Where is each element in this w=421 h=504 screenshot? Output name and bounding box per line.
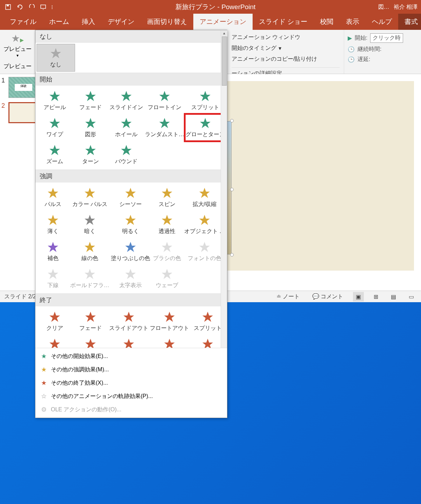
resize-handle[interactable]	[230, 119, 234, 122]
star-icon	[38, 89, 72, 103]
picture-tools-label[interactable]: 図…	[378, 4, 389, 11]
slideshow-view-icon[interactable]: ▭	[406, 292, 417, 301]
gallery-menu-item[interactable]: ★その他の強調効果(M)...	[35, 363, 227, 376]
reading-view-icon[interactable]: ▤	[388, 292, 399, 301]
user-name[interactable]: 裕介 相澤	[394, 4, 417, 11]
animation-オブジェクト …[interactable]: オブジェクト …	[183, 211, 226, 238]
tab-view[interactable]: 表示	[340, 14, 366, 30]
animation-塗りつぶしの色[interactable]: 塗りつぶしの色	[110, 238, 151, 265]
animation-補色[interactable]: 補色	[37, 238, 69, 265]
gallery-menu-item[interactable]: ★その他の終了効果(X)...	[35, 376, 227, 390]
animation-薄く[interactable]: 薄く	[37, 211, 69, 238]
tab-help[interactable]: ヘルプ	[366, 14, 398, 30]
tab-file[interactable]: ファイル	[4, 14, 43, 30]
tab-insert[interactable]: 挿入	[75, 14, 101, 30]
gallery-footer-menu: ★その他の開始効果(E)...★その他の強調効果(M)...★その他の終了効果(…	[35, 348, 227, 418]
scroll-up-icon[interactable]: ▲	[221, 30, 227, 37]
notes-button[interactable]: ≐ ノート	[274, 292, 302, 302]
star-icon	[38, 186, 69, 200]
animation-ホイール[interactable]: ホイール	[108, 114, 144, 141]
animation-下線: 下線	[37, 265, 69, 292]
animation-図形[interactable]: 図形	[73, 335, 108, 348]
tab-transitions[interactable]: 画面切り替え	[141, 14, 193, 30]
star-icon	[191, 310, 225, 324]
star-icon	[186, 89, 225, 103]
animation-バウンド[interactable]: バウンド	[108, 141, 144, 168]
animation-クリア[interactable]: クリア	[37, 308, 73, 335]
animation-ワイプ[interactable]: ワイプ	[37, 335, 73, 348]
star-icon	[70, 240, 109, 254]
animation-ズーム[interactable]: ズーム	[37, 141, 73, 168]
thumbnail-slide-1[interactable]: 1 体験	[1, 77, 40, 98]
animation-ランダムスト…[interactable]: ランダムスト…	[144, 114, 185, 141]
preview-button-label[interactable]: プレビュー	[3, 46, 32, 53]
animation-パルス[interactable]: パルス	[37, 184, 69, 211]
animation-線の色[interactable]: 線の色	[69, 238, 110, 265]
animation-グローとターン[interactable]: グローとターン	[185, 114, 226, 141]
animation-スプリット[interactable]: スプリット	[190, 308, 226, 335]
scrollbar-thumb[interactable]	[222, 37, 227, 86]
tab-format[interactable]: 書式	[398, 14, 421, 30]
star-icon	[111, 240, 150, 254]
tab-animations[interactable]: アニメーション	[193, 14, 253, 30]
duration-label: 継続時間:	[357, 46, 381, 53]
animation-スライドイン[interactable]: スライドイン	[108, 87, 144, 114]
sorter-view-icon[interactable]: ⊞	[371, 292, 381, 301]
slideshow-start-icon[interactable]	[39, 2, 48, 12]
animation-暗く[interactable]: 暗く	[69, 211, 110, 238]
animation-スプリット[interactable]: スプリット	[185, 87, 226, 114]
animation-フェード[interactable]: フェード	[73, 308, 108, 335]
gallery-scrollbar[interactable]: ▲	[221, 30, 227, 348]
tab-slideshow[interactable]: スライド ショー	[253, 14, 314, 30]
animation-フロートアウト[interactable]: フロートアウト	[149, 308, 190, 335]
start-dropdown[interactable]: クリック時	[370, 33, 403, 43]
star-icon	[38, 116, 72, 130]
undo-icon[interactable]	[15, 2, 25, 12]
save-icon[interactable]	[4, 2, 13, 12]
star-icon	[152, 267, 183, 281]
svg-rect-2	[41, 5, 46, 8]
normal-view-icon[interactable]: ▣	[353, 292, 364, 301]
preview-group: ★▶ プレビュー ▾ プレビュー	[0, 30, 35, 74]
star-icon	[73, 89, 108, 103]
animation-図形[interactable]: 図形	[73, 114, 108, 141]
animation-ランダムスト…[interactable]: ランダムスト…	[149, 335, 190, 348]
animation-スピン[interactable]: スピン	[151, 184, 183, 211]
animation-明るく[interactable]: 明るく	[110, 211, 151, 238]
animation-painter-button[interactable]: アニメーションのコピー/貼り付け	[232, 54, 340, 65]
preview-icon[interactable]: ★▶	[3, 33, 32, 44]
animation-スライドアウト[interactable]: スライドアウト	[108, 308, 149, 335]
animation-縮小および…[interactable]: 縮小および…	[190, 335, 226, 348]
animation-なし[interactable]: なし	[37, 44, 75, 71]
star-icon	[186, 116, 225, 130]
star-icon	[73, 143, 108, 157]
gallery-section-header: 強調	[35, 170, 227, 183]
star-icon	[184, 213, 225, 227]
animation-透過性[interactable]: 透過性	[151, 211, 183, 238]
trigger-button[interactable]: 開始のタイミング ▾	[232, 43, 340, 54]
animation-ターン[interactable]: ターン	[73, 141, 108, 168]
animation-pane-button[interactable]: アニメーション ウィンドウ	[232, 32, 340, 43]
redo-icon[interactable]	[27, 2, 36, 12]
animation-カラー パルス[interactable]: カラー パルス	[69, 184, 110, 211]
gallery-menu-item[interactable]: ★その他の開始効果(E)...	[35, 350, 227, 363]
animation-フェード[interactable]: フェード	[73, 87, 108, 114]
star-icon: ★	[40, 379, 47, 387]
thumbnail-slide-2[interactable]: 2	[1, 102, 40, 123]
animation-アピール[interactable]: アピール	[37, 87, 73, 114]
gallery-menu-item[interactable]: ☆その他のアニメーションの軌跡効果(P)...	[35, 390, 227, 403]
star-icon	[109, 310, 148, 324]
gallery-section-header: なし	[35, 30, 227, 43]
tab-review[interactable]: 校閲	[314, 14, 340, 30]
animation-シーソー[interactable]: シーソー	[110, 184, 151, 211]
animation-拡大/収縮[interactable]: 拡大/収縮	[183, 184, 226, 211]
resize-handle[interactable]	[230, 188, 234, 191]
tab-home[interactable]: ホーム	[43, 14, 75, 30]
animation-フロートイン[interactable]: フロートイン	[144, 87, 185, 114]
comments-button[interactable]: 💬 コメント	[309, 292, 346, 302]
tab-design[interactable]: デザイン	[101, 14, 141, 30]
animation-ワイプ[interactable]: ワイプ	[37, 114, 73, 141]
animation-ホイール[interactable]: ホイール	[108, 335, 149, 348]
timing-group: ▶開始:クリック時 🕒継続時間: 🕒遅延:	[344, 30, 421, 74]
resize-handle[interactable]	[230, 253, 234, 257]
